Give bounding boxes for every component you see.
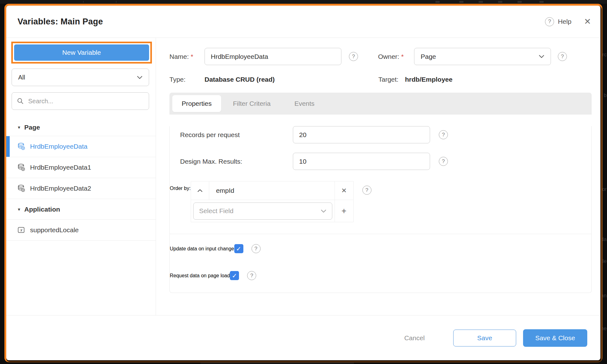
update-data-help-icon[interactable]: ?	[252, 244, 261, 253]
sidebar-item-label: HrdbEmployeeData1	[30, 164, 91, 171]
order-by-grid: empId ✕ Select Field	[191, 181, 354, 222]
design-max-results-label: Design Max. Results:	[170, 158, 293, 165]
variable-type-filter-value: All	[18, 74, 25, 81]
target-label: Target:	[378, 76, 405, 83]
update-data-label: Update data on input change	[170, 246, 234, 252]
save-button[interactable]: Save	[453, 330, 516, 346]
check-icon: ✓	[232, 272, 237, 279]
add-order-field-button[interactable]: +	[335, 200, 353, 222]
variables-dialog: Variables: Main Page ? Help ✕ New Variab…	[4, 4, 602, 362]
save-and-close-button[interactable]: Save & Close	[523, 329, 587, 347]
records-per-request-label: Records per request	[170, 131, 293, 139]
records-help-icon[interactable]: ?	[439, 130, 448, 139]
name-label-wrap: Name: *	[169, 53, 205, 60]
new-variable-highlight-box: New Variable	[11, 42, 152, 64]
close-icon[interactable]: ✕	[584, 18, 591, 26]
section-header-page[interactable]: ▾ Page	[6, 119, 156, 136]
background-edge	[200, 363, 354, 363]
toolbar-separator	[83, 1, 84, 3]
request-data-checkbox[interactable]: ✓	[230, 271, 239, 280]
owner-label: Owner:	[378, 53, 399, 60]
toolbar-icon	[459, 1, 464, 3]
tab-bar: Properties Filter Criteria Events	[169, 93, 592, 115]
required-asterisk: *	[191, 53, 193, 60]
database-variable-icon	[17, 163, 25, 172]
request-data-help-icon[interactable]: ?	[247, 271, 256, 280]
type-value: Database CRUD (read)	[205, 76, 275, 83]
request-data-row: Request data on page load ✓ ?	[170, 271, 591, 280]
background-toolbar	[0, 0, 607, 4]
variable-type-filter-dropdown[interactable]: All	[12, 69, 149, 86]
toolbar-icon	[435, 1, 440, 3]
tab-events[interactable]: Events	[283, 95, 326, 112]
caret-down-icon: ▾	[18, 207, 20, 212]
update-data-row: Update data on input change ✓ ?	[170, 244, 591, 253]
remove-order-field-button[interactable]: ✕	[335, 182, 353, 200]
background-fragment: rc	[602, 52, 607, 58]
order-by-row: Order by: empId ✕	[170, 181, 591, 222]
owner-help-icon[interactable]: ?	[558, 52, 567, 61]
dialog-header: Variables: Main Page ? Help ✕	[6, 6, 600, 38]
search-icon	[17, 98, 24, 105]
name-input[interactable]	[205, 48, 341, 65]
database-variable-icon	[17, 184, 25, 192]
toolbar-icon	[498, 1, 502, 3]
type-target-row: Type: Database CRUD (read) Target: hrdb/…	[169, 76, 600, 83]
section-label: Application	[24, 206, 60, 213]
records-per-request-input[interactable]	[293, 126, 430, 143]
sort-direction-button[interactable]	[191, 182, 209, 200]
help-question-icon[interactable]: ?	[545, 17, 554, 26]
sidebar-item-supportedlocale[interactable]: x supportedLocale	[6, 220, 156, 241]
type-group: Type: Database CRUD (read)	[169, 76, 378, 83]
owner-dropdown[interactable]: Page	[414, 48, 551, 65]
design-max-results-input[interactable]	[293, 153, 430, 170]
order-by-add-row: Select Field +	[191, 200, 353, 222]
section-header-application[interactable]: ▾ Application	[6, 199, 156, 220]
sidebar-item-hrdbemployeedata[interactable]: HrdbEmployeeData	[6, 136, 156, 157]
design-max-results-row: Design Max. Results: ?	[170, 153, 591, 170]
toolbar-separator	[116, 1, 117, 3]
order-by-help-icon[interactable]: ?	[362, 186, 371, 195]
update-data-checkbox[interactable]: ✓	[234, 244, 243, 253]
database-variable-icon	[17, 142, 25, 151]
dialog-title: Variables: Main Page	[18, 17, 103, 27]
name-label: Name:	[169, 53, 189, 60]
sidebar-item-hrdbemployeedata1[interactable]: HrdbEmployeeData1	[6, 157, 156, 178]
target-group: Target: hrdb/Employee	[378, 76, 453, 83]
caret-down-icon: ▾	[18, 125, 20, 130]
new-variable-button[interactable]: New Variable	[14, 44, 149, 61]
variables-dialog-inner: Variables: Main Page ? Help ✕ New Variab…	[6, 6, 600, 360]
simple-variable-icon: x	[17, 226, 25, 234]
panel-divider	[170, 234, 591, 234]
svg-text:x: x	[20, 228, 23, 232]
help-button[interactable]: ? Help	[545, 17, 571, 26]
order-field-value[interactable]: empId	[209, 182, 335, 200]
check-icon: ✓	[236, 245, 241, 253]
request-data-label: Request data on page load	[170, 273, 230, 279]
select-field-dropdown[interactable]: Select Field	[193, 203, 332, 220]
chevron-up-icon	[197, 189, 203, 192]
sidebar-item-hrdbemployeedata2[interactable]: HrdbEmployeeData2	[6, 178, 156, 199]
background-fragment: or	[602, 186, 607, 192]
sidebar-item-label: HrdbEmployeeData	[30, 143, 87, 150]
variable-search[interactable]	[12, 92, 149, 110]
sidebar-item-label: HrdbEmployeeData2	[30, 185, 91, 192]
toolbar-icon	[517, 1, 522, 3]
records-per-request-row: Records per request ?	[170, 126, 591, 143]
tab-properties[interactable]: Properties	[172, 95, 221, 112]
variable-search-input[interactable]	[28, 97, 144, 105]
help-label[interactable]: Help	[558, 18, 571, 25]
target-value: hrdb/Employee	[405, 76, 453, 83]
toolbar-icon	[479, 1, 483, 3]
cancel-button[interactable]: Cancel	[402, 334, 427, 342]
select-field-placeholder: Select Field	[199, 207, 234, 215]
toolbar-icon	[539, 1, 544, 3]
section-label: Page	[24, 124, 40, 131]
design-help-icon[interactable]: ?	[439, 157, 448, 166]
tab-filter-criteria[interactable]: Filter Criteria	[221, 95, 283, 112]
dialog-footer: Cancel Save Save & Close	[6, 315, 600, 360]
dialog-body: New Variable All ▾ Page HrdbE	[6, 38, 600, 315]
owner-label-wrap: Owner: *	[378, 53, 409, 60]
name-help-icon[interactable]: ?	[349, 52, 358, 61]
name-owner-row: Name: * ? Owner: * Page ?	[169, 48, 600, 65]
